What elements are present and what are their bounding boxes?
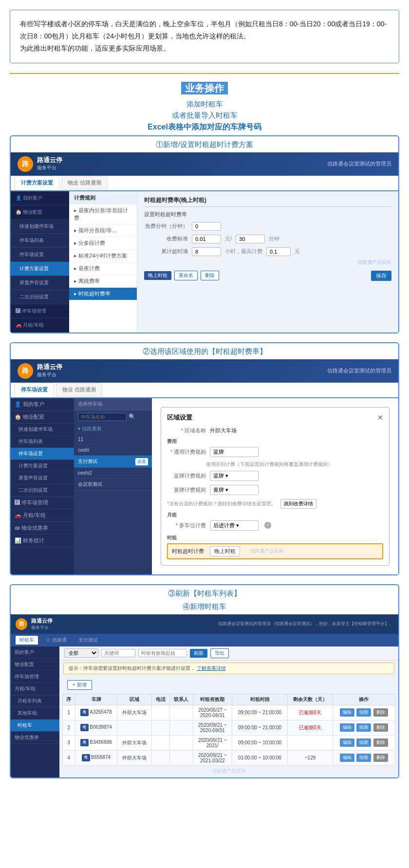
ss2-si-clients[interactable]: 👤 我的客户	[11, 398, 74, 411]
ss1-rename-btn[interactable]: 重命名	[174, 271, 198, 280]
ss1-sidebar-my-clients[interactable]: 👤 我的客户	[11, 191, 69, 205]
ss1-charge-input1[interactable]	[192, 235, 221, 243]
ss3-row3-del[interactable]: 删除	[373, 739, 388, 747]
ss2-list-title: 选择停车场	[74, 398, 152, 410]
ss2-parking-meeting[interactable]: 会议室测试	[74, 479, 152, 491]
ss2-yellow-fee-select[interactable]: 黄牌 ▾	[210, 485, 259, 495]
ss2-tab2[interactable]: 物业 信路通测	[56, 383, 102, 396]
ss1-body: 👤 我的客户 🏠 物业配置 快速创建停车场 停车场列表 停车场设置 计费方案设置…	[11, 191, 398, 332]
ss2-logo: 路 路通云停 服务平台	[18, 363, 62, 379]
ss2-si-property[interactable]: 🏠 物业配置	[11, 411, 74, 424]
ss2-logo-text: 路通云停	[37, 363, 62, 371]
ss2-multi-fee-select[interactable]: 后进计费 ▾	[210, 520, 259, 531]
ss3-row3-renew[interactable]: 续期	[356, 739, 371, 747]
ss3-row1-edit[interactable]: 编辑	[340, 708, 354, 717]
ss1-sidebar-parking-mgmt[interactable]: 🅿 停车场管理	[11, 304, 69, 318]
ss1-sidebar-monthly[interactable]: 🚗 月租/车组	[11, 318, 69, 332]
ss3-row3-edit[interactable]: 编辑	[340, 739, 354, 747]
ss3-row2-edit[interactable]: 编辑	[340, 723, 354, 732]
ss1-rule4[interactable]: ▸ 标准24小时计费方案	[69, 250, 137, 262]
ss3-si-property[interactable]: 物业配置	[11, 659, 59, 671]
ss3-search-input[interactable]	[101, 649, 135, 657]
ss3-si-other-group[interactable]: 其他车组	[11, 707, 59, 720]
table-row: 1 粤A3265478 外部大车场 2020/06/27 ~2020-08/31…	[63, 705, 395, 720]
ss1-free-input[interactable]	[192, 222, 221, 231]
ss2-close-btn[interactable]: ✕	[377, 414, 383, 422]
ss3-si-monthly-group[interactable]: 月租/车组	[11, 683, 59, 695]
ss2-si-create[interactable]: 快速创建停车场	[11, 424, 74, 436]
ss3-row2-renew[interactable]: 续期	[356, 723, 371, 732]
ss3-export-btn[interactable]: 导出	[210, 648, 229, 658]
ss3-row4-renew[interactable]: 续期	[356, 754, 371, 762]
ss2-si-parking-mgmt[interactable]: 🅿 停车场管理	[11, 497, 74, 509]
ss1-header: 路 路通云停 服务平台 信路通会议室测试的管理员	[11, 152, 398, 176]
ss2-search-icon[interactable]: 🔍	[129, 413, 136, 420]
ss3-tab3[interactable]: 支付测试	[74, 636, 102, 645]
ss1-save-btn[interactable]: 保存	[371, 271, 391, 281]
ss1-charge-input2[interactable]	[236, 235, 265, 243]
ss1-sidebar-parking-settings[interactable]: 停车场设置	[11, 248, 69, 262]
ss1-sidebar-parking-list[interactable]: 停车场列表	[11, 234, 69, 248]
ss2-si-recog[interactable]: 二次识别设置	[11, 484, 74, 497]
ss1-max-input2[interactable]	[266, 247, 291, 256]
ss1-rule7[interactable]: ▸ 时租超时费率	[69, 288, 137, 300]
ss1-tab1[interactable]: 计费方案设置	[15, 176, 59, 190]
ss3-zone-select[interactable]: 全部 选择区域	[64, 648, 98, 658]
ss3-si-clients[interactable]: 我的客户	[11, 646, 59, 659]
ss3-tab2[interactable]: ☆ 信路通	[42, 636, 71, 645]
op-link-2[interactable]: 或者批量导入时租车	[10, 111, 399, 120]
ss2-blue-fee-label: 蓝牌计费规则	[167, 472, 206, 480]
ss1-sidebar-property[interactable]: 🏠 物业配置	[11, 205, 69, 220]
ss1-delete-btn[interactable]: 删除	[201, 271, 219, 280]
ss2-general-fee-select[interactable]: 蓝牌	[210, 447, 259, 457]
ss1-tab2[interactable]: 物业 信路通测	[61, 176, 108, 189]
ss2-settings-badge[interactable]: 设置	[135, 458, 148, 465]
ss2-parking-pay[interactable]: 支付测试 设置	[74, 456, 152, 468]
ss2-si-list[interactable]: 停车场列表	[11, 436, 74, 448]
ss2-search-input[interactable]	[78, 413, 127, 421]
ss3-row2-del[interactable]: 删除	[373, 723, 388, 732]
op-link-1[interactable]: 添加时租车	[10, 100, 399, 109]
ss3-row1-seq: 1	[63, 705, 75, 720]
ss2-si-monthly[interactable]: 🚗 月租/车组	[11, 509, 74, 522]
ss2-parking-ceshi2[interactable]: ceshi2	[74, 468, 152, 479]
ss1-rule1[interactable]: ▸ 昼夜内分首/非首段计费	[69, 204, 137, 224]
ss3-tab1[interactable]: 时租车	[16, 636, 38, 645]
ss2-jump-btn[interactable]: 跳到收费详情	[280, 499, 316, 509]
divider	[10, 73, 399, 74]
ss1-sidebar-billing[interactable]: 计费方案设置	[11, 262, 69, 276]
ss1-rule3[interactable]: ▸ 分多段计费	[69, 237, 137, 250]
ss3-row4-contact	[169, 750, 193, 765]
ss3-si-coupon[interactable]: 物业优惠券	[11, 732, 59, 744]
ss3-add-btn[interactable]: + 新增	[67, 680, 92, 690]
ss2-overtime-value[interactable]: 晚上时租	[210, 546, 240, 556]
ss2-parking-ceshi[interactable]: ceshi	[74, 445, 152, 456]
op-link-3[interactable]: Excel表格中添加对应的车牌号码	[10, 122, 399, 132]
ss2-si-finance[interactable]: 📊 财务统计	[11, 535, 74, 547]
ss3-row3-slot: 09:00:00 ~ 10:00:00	[232, 735, 287, 750]
ss2-si-billing[interactable]: 计费方案设置	[11, 460, 74, 472]
ss3-row4-del[interactable]: 删除	[373, 754, 388, 762]
ss3-date-input[interactable]	[138, 649, 187, 657]
ss1-sidebar-create-parking[interactable]: 快速创建停车场	[11, 220, 69, 234]
ss1-sidebar-recognition[interactable]: 二次识别设置	[11, 290, 69, 304]
ss1-rule6[interactable]: ▸ 离线费率	[69, 275, 137, 288]
ss2-tab1[interactable]: 停车场设置	[15, 383, 54, 397]
ss3-si-monthly-list[interactable]: 月租车列表	[11, 695, 59, 707]
ss3-row1-renew[interactable]: 续期	[356, 708, 371, 717]
ss3-si-time-car[interactable]: 时租车	[11, 720, 59, 732]
ss1-max-input1[interactable]	[192, 247, 221, 256]
ss3-row4-edit[interactable]: 编辑	[340, 754, 354, 762]
ss3-notice-link[interactable]: 了解查看详情	[197, 665, 226, 671]
ss3-refresh-btn[interactable]: 刷新	[190, 649, 207, 658]
ss2-parking-11[interactable]: 11	[74, 434, 152, 445]
ss2-si-screen[interactable]: 屏显声音设置	[11, 472, 74, 484]
ss1-sidebar-screen[interactable]: 屏显声音设置	[11, 276, 69, 290]
ss2-si-settings[interactable]: 停车场设置	[11, 448, 74, 460]
ss1-rule2[interactable]: ▸ 循环分首段/非…	[69, 224, 137, 237]
ss2-blue-fee-select[interactable]: 蓝牌 ▾	[210, 471, 259, 481]
ss1-rule5[interactable]: ▸ 昼夜计费	[69, 262, 137, 275]
ss3-si-parking[interactable]: 停车场管理	[11, 671, 59, 683]
ss3-row1-del[interactable]: 删除	[373, 708, 388, 717]
ss2-si-coupon[interactable]: 🎟 物业优惠券	[11, 522, 74, 535]
